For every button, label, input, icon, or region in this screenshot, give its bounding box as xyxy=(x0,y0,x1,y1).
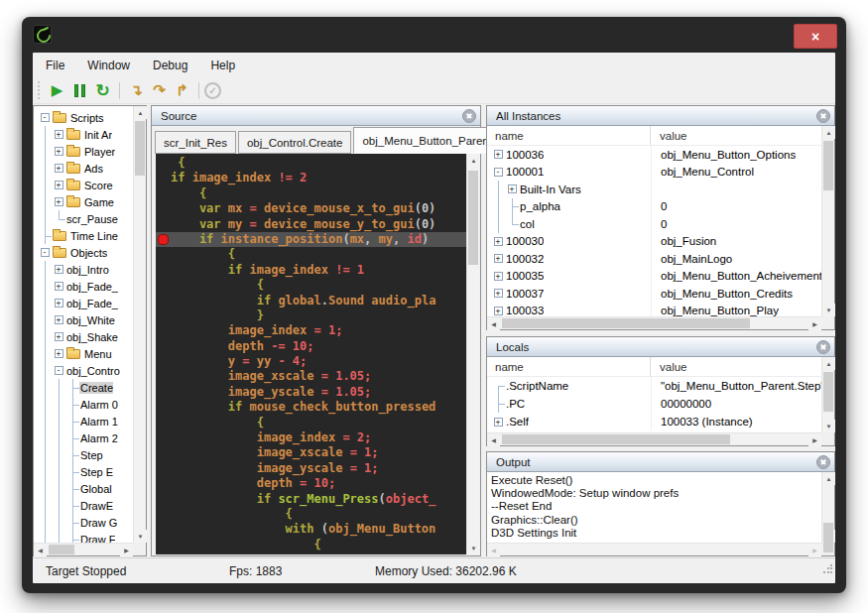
code-line[interactable]: } xyxy=(156,308,466,323)
variable-row[interactable]: +100035obj_Menu_Button_Acheivements xyxy=(487,268,821,286)
scrollbar-thumb[interactable] xyxy=(823,141,833,190)
variable-row[interactable]: .PC00000000 xyxy=(487,395,821,413)
scrollbar-thumb[interactable] xyxy=(823,372,833,412)
source-tab[interactable]: obj_Control.Create xyxy=(238,131,352,154)
expand-icon[interactable]: + xyxy=(494,289,503,298)
expand-icon[interactable]: + xyxy=(55,282,63,291)
variable-row[interactable]: +100037obj_Menu_Button_Credits xyxy=(487,285,821,303)
tree-item[interactable]: Create xyxy=(38,379,133,396)
scroll-left-icon[interactable] xyxy=(34,544,47,556)
title-bar[interactable]: × xyxy=(22,17,846,53)
collapse-icon[interactable]: - xyxy=(55,366,63,375)
code-line[interactable]: depth -= 10; xyxy=(156,339,466,354)
tree-item[interactable]: +obj_Shake xyxy=(38,328,133,345)
scrollbar-track[interactable] xyxy=(134,119,146,530)
scrollbar-track[interactable] xyxy=(822,370,834,420)
expand-icon[interactable]: + xyxy=(55,349,63,358)
tree-item[interactable]: Time Line xyxy=(38,227,133,244)
source-close-icon[interactable] xyxy=(462,109,476,123)
tree-item[interactable]: -Objects xyxy=(38,244,133,261)
tree-item[interactable]: DrawE xyxy=(38,497,133,514)
output-log[interactable]: Execute Reset()WindowedMode: Setup windo… xyxy=(487,472,821,543)
scrollbar-track[interactable] xyxy=(822,139,834,304)
horizontal-scrollbar[interactable] xyxy=(487,316,821,329)
tree-item[interactable]: Global xyxy=(38,480,133,497)
variable-row[interactable]: +100033obj_Menu_Button_Play xyxy=(487,303,821,317)
pause-icon[interactable] xyxy=(68,80,91,101)
horizontal-scrollbar[interactable] xyxy=(487,543,821,555)
scrollbar-thumb[interactable] xyxy=(502,318,750,328)
scroll-right-icon[interactable] xyxy=(808,433,821,446)
scroll-down-icon[interactable] xyxy=(134,530,147,543)
expand-icon[interactable]: + xyxy=(494,418,503,427)
run-icon[interactable]: ▶ xyxy=(46,80,68,101)
code-line[interactable]: { xyxy=(156,247,466,262)
scroll-up-icon[interactable] xyxy=(134,106,147,119)
code-line[interactable]: image_index = 2; xyxy=(156,430,466,445)
expand-icon[interactable]: + xyxy=(508,184,517,193)
scroll-left-icon[interactable] xyxy=(487,317,500,330)
expand-icon[interactable]: + xyxy=(55,130,63,139)
code-line[interactable]: depth = 10; xyxy=(156,476,466,491)
tree-item[interactable]: Alarm 0 xyxy=(38,396,133,413)
tree-item[interactable]: +obj_Intro xyxy=(38,261,133,278)
vertical-scrollbar[interactable] xyxy=(821,472,834,543)
code-line[interactable]: with (obj_Menu_Button xyxy=(156,522,466,537)
code-line[interactable]: if image_index != 2 xyxy=(156,171,466,185)
column-value[interactable]: value xyxy=(651,357,821,376)
code-line[interactable]: y = yy - 4; xyxy=(156,354,466,369)
horizontal-scrollbar[interactable] xyxy=(487,432,821,445)
code-editor[interactable]: {if image_index != 2 { var mx = device_m… xyxy=(156,154,466,554)
scrollbar-thumb[interactable] xyxy=(468,171,478,265)
variable-row[interactable]: +100032obj_MainLogo xyxy=(487,250,821,268)
expand-icon[interactable]: + xyxy=(494,272,503,281)
scroll-up-icon[interactable] xyxy=(822,472,835,485)
toolbar-grip[interactable] xyxy=(37,81,42,99)
expand-icon[interactable]: + xyxy=(494,306,503,315)
code-line[interactable]: if scr_Menu_Press(object_ xyxy=(156,492,466,507)
variable-row[interactable]: +Built-In Vars xyxy=(487,181,821,198)
scroll-right-icon[interactable] xyxy=(808,544,821,556)
tree-item[interactable]: +obj_Fade_ xyxy=(38,278,133,295)
column-name[interactable]: name xyxy=(487,126,651,145)
collapse-icon[interactable]: - xyxy=(41,248,50,257)
tree-item[interactable]: Alarm 2 xyxy=(38,429,133,446)
step-over-icon[interactable]: ↷ xyxy=(148,80,171,101)
expand-icon[interactable]: + xyxy=(55,315,63,324)
scrollbar-thumb[interactable] xyxy=(49,545,74,554)
code-line[interactable]: { xyxy=(156,416,466,430)
scroll-down-icon[interactable] xyxy=(822,420,835,432)
expand-icon[interactable]: + xyxy=(55,332,63,341)
tree-item[interactable]: Alarm 1 xyxy=(38,413,133,429)
vertical-scrollbar[interactable] xyxy=(821,126,834,316)
code-line[interactable]: image_xscale = 1; xyxy=(156,445,466,460)
scroll-right-icon[interactable] xyxy=(808,317,821,330)
variable-row[interactable]: col0 xyxy=(487,215,821,233)
vertical-scrollbar[interactable] xyxy=(821,357,834,432)
window-close-button[interactable]: × xyxy=(794,24,837,49)
code-line[interactable]: { xyxy=(156,186,466,201)
code-line[interactable]: if global.Sound audio_pla xyxy=(156,294,466,308)
variable-row[interactable]: p_alpha0 xyxy=(487,198,821,216)
output-close-icon[interactable] xyxy=(816,455,830,469)
scrollbar-track[interactable] xyxy=(47,544,120,555)
tree-item[interactable]: -Scripts xyxy=(38,109,133,126)
code-line[interactable]: var mx = device_mouse_x_to_gui(0) xyxy=(156,201,466,216)
code-line[interactable]: image_yscale = 1; xyxy=(156,461,466,476)
horizontal-scrollbar[interactable] xyxy=(34,543,133,555)
expand-icon[interactable]: + xyxy=(494,237,503,246)
scroll-up-icon[interactable] xyxy=(822,357,835,370)
scroll-right-icon[interactable] xyxy=(120,544,133,556)
menu-item-file[interactable]: File xyxy=(46,59,64,72)
source-tab[interactable]: scr_Init_Res xyxy=(155,131,236,154)
scroll-down-icon[interactable] xyxy=(467,542,480,554)
locals-close-icon[interactable] xyxy=(816,340,830,354)
code-line[interactable]: { xyxy=(156,156,466,171)
collapse-icon[interactable]: - xyxy=(494,168,503,177)
scrollbar-track[interactable] xyxy=(500,433,808,445)
restart-icon[interactable]: ↻ xyxy=(91,80,114,101)
scrollbar-track[interactable] xyxy=(822,485,834,530)
expand-icon[interactable]: + xyxy=(55,147,63,156)
scroll-down-icon[interactable] xyxy=(822,304,835,316)
breakpoint-icon[interactable] xyxy=(158,234,169,245)
